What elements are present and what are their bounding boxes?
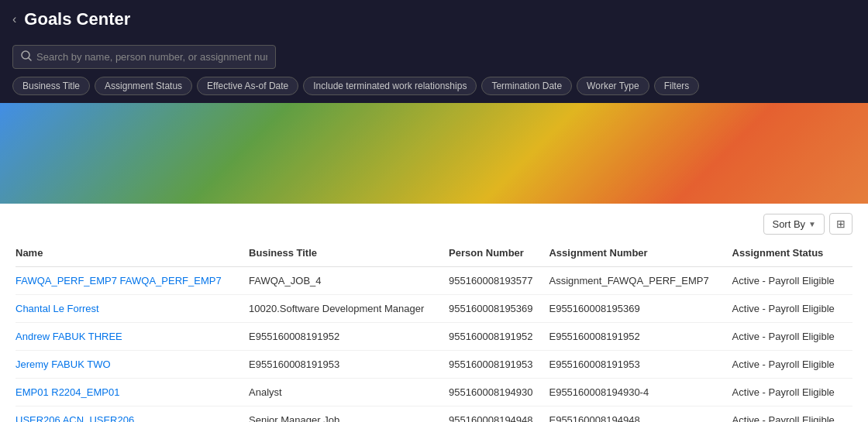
filter-button-effective-as-of-date[interactable]: Effective As-of Date	[197, 77, 298, 95]
chevron-down-icon: ▼	[808, 220, 816, 228]
cell-status: Active - Payroll Eligible	[732, 295, 852, 323]
back-button[interactable]: ‹	[12, 12, 16, 26]
table-header: NameBusiness TitlePerson NumberAssignmen…	[16, 241, 852, 267]
filter-row: Business TitleAssignment StatusEffective…	[0, 77, 868, 103]
grid-icon: ⊞	[836, 218, 846, 230]
svg-line-1	[29, 58, 31, 60]
cell-person-number: 955160008195369	[449, 295, 549, 323]
employee-name-link[interactable]: Chantal Le Forrest	[16, 303, 99, 314]
table-body: FAWQA_PERF_EMP7 FAWQA_PERF_EMP7FAWQA_JOB…	[16, 267, 852, 423]
page-title: Goals Center	[24, 9, 130, 29]
cell-assignment-number: E955160008191953	[549, 351, 732, 379]
filter-button-assignment-status[interactable]: Assignment Status	[95, 77, 192, 95]
employee-name-link[interactable]: FAWQA_PERF_EMP7 FAWQA_PERF_EMP7	[16, 275, 222, 286]
table-row: EMP01 R2204_EMP01Analyst955160008194930E…	[16, 379, 852, 407]
cell-business-title: 10020.Software Development Manager	[249, 295, 449, 323]
cell-business-title: E955160008191952	[249, 323, 449, 351]
banner-overlay	[0, 103, 868, 204]
col-header-person-number: Person Number	[449, 241, 549, 267]
col-header-name: Name	[16, 241, 249, 267]
filter-button-termination-date[interactable]: Termination Date	[481, 77, 572, 95]
employee-name-link[interactable]: USER206 ACN_USER206	[16, 414, 134, 422]
banner	[0, 103, 868, 204]
cell-status: Active - Payroll Eligible	[732, 323, 852, 351]
filter-button-filters[interactable]: Filters	[654, 77, 700, 95]
cell-assignment-number: E955160008195369	[549, 295, 732, 323]
table-row: Andrew FABUK THREEE955160008191952955160…	[16, 323, 852, 351]
cell-business-title: Analyst	[249, 379, 449, 407]
cell-business-title: Senior Manager Job	[249, 407, 449, 423]
filter-button-include-terminated-work-relationships[interactable]: Include terminated work relationships	[303, 77, 477, 95]
sort-by-button[interactable]: Sort By ▼	[763, 214, 825, 235]
sort-by-label: Sort By	[772, 218, 805, 230]
cell-person-number: 955160008191952	[449, 323, 549, 351]
cell-status: Active - Payroll Eligible	[732, 407, 852, 423]
cell-person-number: 955160008193577	[449, 267, 549, 295]
employee-name-link[interactable]: Jeremy FABUK TWO	[16, 359, 111, 370]
table-row: FAWQA_PERF_EMP7 FAWQA_PERF_EMP7FAWQA_JOB…	[16, 267, 852, 295]
cell-assignment-number: Assignment_FAWQA_PERF_EMP7	[549, 267, 732, 295]
search-input[interactable]	[36, 51, 267, 63]
page-header: ‹ Goals Center	[0, 0, 868, 39]
cell-status: Active - Payroll Eligible	[732, 267, 852, 295]
table-row: Chantal Le Forrest10020.Software Develop…	[16, 295, 852, 323]
cell-status: Active - Payroll Eligible	[732, 379, 852, 407]
data-table: NameBusiness TitlePerson NumberAssignmen…	[16, 241, 852, 422]
employee-name-link[interactable]: EMP01 R2204_EMP01	[16, 386, 119, 398]
search-icon	[21, 50, 32, 63]
cell-business-title: FAWQA_JOB_4	[249, 267, 449, 295]
search-bar-row	[0, 39, 868, 77]
content-area: Sort By ▼ ⊞ NameBusiness TitlePerson Num…	[0, 204, 868, 422]
table-row: USER206 ACN_USER206Senior Manager Job955…	[16, 407, 852, 423]
col-header-assignment-status: Assignment Status	[732, 241, 852, 267]
col-header-business-title: Business Title	[249, 241, 449, 267]
employee-name-link[interactable]: Andrew FABUK THREE	[16, 331, 122, 342]
cell-assignment-number: E955160008191952	[549, 323, 732, 351]
cell-status: Active - Payroll Eligible	[732, 351, 852, 379]
col-header-assignment-number: Assignment Number	[549, 241, 732, 267]
grid-view-button[interactable]: ⊞	[829, 213, 852, 235]
table-row: Jeremy FABUK TWOE95516000819195395516000…	[16, 351, 852, 379]
cell-assignment-number: E955160008194930-4	[549, 379, 732, 407]
cell-person-number: 955160008191953	[449, 351, 549, 379]
cell-person-number: 955160008194930	[449, 379, 549, 407]
toolbar-row: Sort By ▼ ⊞	[16, 204, 852, 241]
cell-business-title: E955160008191953	[249, 351, 449, 379]
cell-assignment-number: E955160008194948	[549, 407, 732, 423]
search-wrapper	[12, 45, 276, 69]
filter-button-business-title[interactable]: Business Title	[12, 77, 90, 95]
filter-button-worker-type[interactable]: Worker Type	[577, 77, 649, 95]
cell-person-number: 955160008194948	[449, 407, 549, 423]
